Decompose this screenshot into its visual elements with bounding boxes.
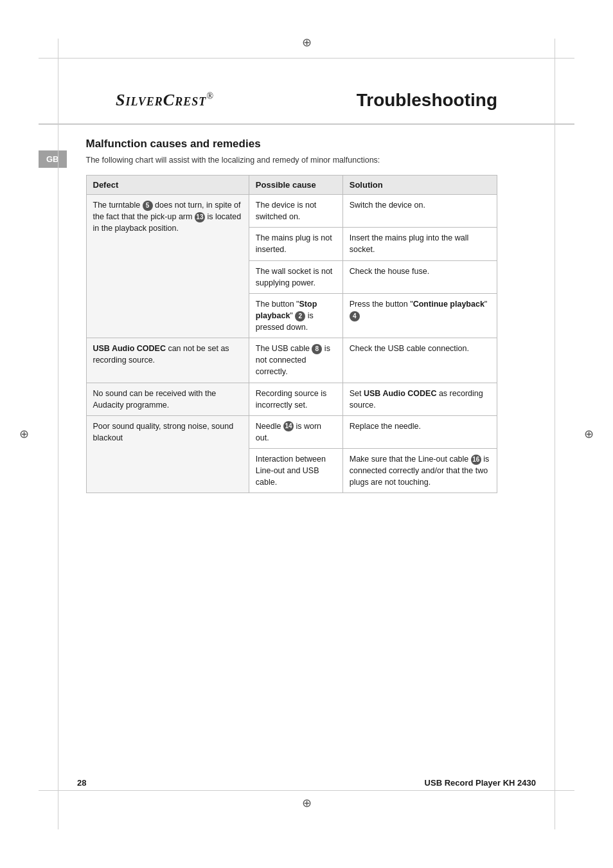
circle-14: 14	[283, 421, 294, 431]
border-left	[58, 39, 58, 829]
cause-recording-source: Recording source is incorrectly set.	[249, 383, 342, 415]
table-header-row: Defect Possible cause Solution	[86, 176, 497, 195]
cause-needle-worn: Needle 14 is worn out.	[249, 415, 342, 448]
circle-5: 5	[143, 201, 153, 211]
col-solution: Solution	[342, 176, 497, 195]
page-number: 28	[77, 778, 86, 788]
solution-replace-needle: Replace the needle.	[342, 415, 497, 448]
table-row: No sound can be received with the Audaci…	[86, 383, 497, 415]
brand-logo: SilverCrest®	[116, 91, 214, 110]
solution-continue: Press the button "Continue playback" 4	[342, 293, 497, 338]
circle-13: 13	[195, 212, 205, 222]
reg-mark-right: ⊕	[584, 427, 594, 441]
section-title: Malfunction causes and remedies	[86, 138, 498, 150]
reg-mark-left: ⊕	[19, 427, 29, 441]
solution-switch-on: Switch the device on.	[342, 195, 497, 228]
defect-poor-sound: Poor sound quality, strong noise, sound …	[86, 415, 249, 493]
reg-mark-bottom: ⊕	[302, 796, 312, 810]
defect-usb-codec: USB Audio CODEC can not be set as record…	[86, 338, 249, 383]
cause-device-off: The device is not switched on.	[249, 195, 342, 228]
cause-mains-plug: The mains plug is not inserted.	[249, 228, 342, 260]
defect-no-sound-audacity: No sound can be received with the Audaci…	[86, 383, 249, 415]
product-name: USB Record Player KH 2430	[425, 778, 536, 788]
border-top	[39, 58, 574, 59]
solution-insert-plug: Insert the mains plug into the wall sock…	[342, 228, 497, 260]
border-right	[555, 39, 555, 829]
col-defect: Defect	[86, 176, 249, 195]
solution-set-codec: Set USB Audio CODEC as recording source.	[342, 383, 497, 415]
solution-check-fuse: Check the house fuse.	[342, 260, 497, 293]
cause-usb-cable: The USB cable 8 is not connected correct…	[249, 338, 342, 383]
cause-wall-socket: The wall socket is not supplying power.	[249, 260, 342, 293]
content-area: GB Malfunction causes and remedies The f…	[39, 125, 574, 506]
circle-16: 16	[471, 455, 481, 465]
solution-check-usb: Check the USB cable connection.	[342, 338, 497, 383]
cause-interaction-cables: Interaction between Line-out and USB cab…	[249, 449, 342, 493]
language-tab: GB	[39, 150, 67, 168]
brand-reg: ®	[206, 91, 214, 101]
defect-turntable: The turntable 5 does not turn, in spite …	[86, 195, 249, 338]
col-cause: Possible cause	[249, 176, 342, 195]
page-title: Troubleshooting	[357, 90, 497, 111]
table-row: USB Audio CODEC can not be set as record…	[86, 338, 497, 383]
troubleshoot-table: Defect Possible cause Solution The turnt…	[86, 175, 498, 493]
reg-mark-top: ⊕	[302, 35, 312, 50]
page-footer: 28 USB Record Player KH 2430	[39, 778, 574, 788]
circle-2: 2	[295, 311, 305, 321]
border-bottom	[39, 790, 574, 791]
circle-8: 8	[312, 344, 322, 354]
cause-stop-button: The button "Stop playback" 2 is pressed …	[249, 293, 342, 338]
main-content: Malfunction causes and remedies The foll…	[80, 138, 498, 493]
brand-name: SilverCrest	[116, 91, 206, 109]
table-row: Poor sound quality, strong noise, sound …	[86, 415, 497, 448]
circle-4: 4	[350, 311, 360, 321]
intro-text: The following chart will assist with the…	[86, 156, 498, 165]
table-row: The turntable 5 does not turn, in spite …	[86, 195, 497, 228]
page: ⊕ ⊕ ⊕ ⊕ SilverCrest® Troubleshooting GB …	[0, 0, 613, 868]
solution-line-out-cable: Make sure that the Line-out cable 16 is …	[342, 449, 497, 493]
